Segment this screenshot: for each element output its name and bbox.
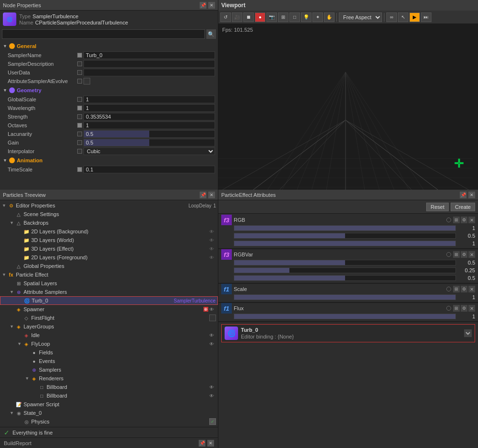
layer-groups-arrow: ▼ [10,324,15,329]
rgbvar-gear-btn[interactable]: ⚙ [461,251,467,258]
billboard1-eye[interactable]: 👁 [209,385,216,390]
tree-samplers[interactable]: ⊛ Samplers [0,365,218,374]
interpolator-dropdown[interactable]: Cubic Linear None [84,147,215,155]
vp-grid-btn[interactable]: ⊞ [278,12,288,22]
global-scale-row: GlobalScale 1 [0,95,218,104]
build-report-title: BuildReport [4,440,31,446]
tree-first-flight[interactable]: ◇ FirstFlight [0,314,218,322]
scale-grid-btn[interactable]: ⊞ [453,286,460,292]
vp-stop-btn[interactable]: ⏹ [243,12,254,22]
flux-attr-name: Flux [234,305,444,311]
attr-at-evolve-check[interactable] [84,78,90,85]
attr-pin-btn[interactable]: 📌 [460,192,466,198]
vp-reset-btn[interactable]: ↺ [220,12,231,22]
vp-hand-btn[interactable]: ✋ [324,12,335,22]
tree-flyloop[interactable]: ▼ ◈ FlyLoop 👁 [0,339,218,348]
vp-rec-btn[interactable]: ● [255,12,265,22]
flyloop-eye[interactable]: 👁 [209,341,216,347]
treeview-pin-btn[interactable]: 📌 [200,192,206,198]
viewport-crosshair: ✛ [454,157,464,170]
fg-layers-eye[interactable]: 👁 [209,255,216,260]
rgbvar-slider3[interactable] [234,275,456,281]
tree-fg-layers[interactable]: 📁 2D Layers (Foreground) 👁 [0,253,218,262]
turb0-icon: 🌀 [24,297,30,304]
billboard2-eye[interactable]: 👁 [209,393,216,399]
build-report-pin[interactable]: 📌 [199,440,205,447]
physics-check[interactable]: ✓ [209,418,216,425]
vp-skip-btn[interactable]: ⏭ [421,12,431,22]
spawner-red-icons: ⊕ 👁 [203,307,216,312]
tree-billboard1[interactable]: □ Billboard 👁 [0,383,218,391]
vp-obj-btn[interactable]: □ [289,12,300,22]
tree-physics[interactable]: ◎ Physics ✓ [0,417,218,426]
tree-turb0[interactable]: 🌀 Turb_0 SamplerTurbulence [0,296,218,305]
spawner-eye[interactable]: 👁 [209,307,216,312]
rgbvar-grid-btn[interactable]: ⊞ [453,251,460,258]
turb-dropdown[interactable]: {None} [464,329,472,337]
flux-gear-btn[interactable]: ⚙ [461,305,467,312]
tree-renderers[interactable]: ▼ ◈ Renderers [0,374,218,383]
pin-button[interactable]: 📌 [200,2,206,9]
tree-spatial-layers[interactable]: ⊞ Spatial Layers [0,279,218,288]
tree-events[interactable]: ● Events [0,357,218,365]
tree-layer-groups[interactable]: ▼ ◈ LayerGroups [0,322,218,331]
viewport-title: Viewport [221,2,245,9]
treeview-close-btn[interactable]: ✕ [208,192,215,198]
tree-idle[interactable]: ◈ Idle 👁 [0,331,218,339]
tree-state0[interactable]: ▼ ◉ State_0 [0,409,218,417]
bg-layers-eye[interactable]: 👁 [209,229,216,234]
vp-fx-btn[interactable]: ✦ [312,12,323,22]
tree-bg-layers[interactable]: 📁 2D Layers (Background) 👁 [0,227,218,236]
rgbvar-delete-btn[interactable]: ✕ [468,251,475,258]
rgbvar-val3: 0.5 [458,275,475,281]
attr-at-evolve-row: AttributeSamplerAtEvolve [0,77,218,85]
tree-particle-effect[interactable]: ▼ fx Particle Effect [0,270,218,279]
tree-billboard2[interactable]: □ Billboard 👁 [0,391,218,400]
flux-grid-btn[interactable]: ⊞ [453,305,460,312]
flux-delete-btn[interactable]: ✕ [468,305,475,312]
rgbvar-slider1[interactable] [234,260,456,266]
rgbvar-slider2[interactable] [234,267,456,273]
rgb-slider2[interactable] [234,233,456,239]
create-button[interactable]: Create [451,203,475,211]
world-layers-eye[interactable]: 👁 [209,238,216,243]
attr-close-btn[interactable]: ✕ [468,192,475,198]
vp-loop-btn[interactable]: ∞ [386,12,397,22]
tree-spawner[interactable]: ◈ Spawner ⊕ 👁 [0,305,218,314]
geometry-title: Geometry [17,87,41,93]
vp-photo-btn[interactable]: 📷 [266,12,277,22]
tree-global-props[interactable]: △ Global Properties [0,262,218,270]
idle-eye[interactable]: 👁 [209,333,216,338]
tree-world-layers[interactable]: 📁 3D Layers (World) 👁 [0,236,218,244]
scale-slider1[interactable] [234,294,456,300]
build-report-close[interactable]: ✕ [207,440,214,447]
vp-light-btn[interactable]: 💡 [301,12,311,22]
tree-attr-samplers[interactable]: ▼ ⊛ Attribute Samplers [0,288,218,296]
rgbvar-f3-icon: f3 [221,249,232,260]
vp-cam-btn[interactable]: 🎥 [232,12,242,22]
rgb-slider1[interactable] [234,225,456,231]
tree-backdrops[interactable]: ▼ △ Backdrops [0,218,218,227]
tree-scene-settings[interactable]: △ Scene Settings [0,210,218,218]
rgb-grid-btn[interactable]: ⊞ [453,217,460,223]
search-button[interactable]: 🔍 [206,29,216,39]
vp-play-btn[interactable]: ▶ [409,12,420,22]
rgb-gear-btn[interactable]: ⚙ [461,217,467,223]
search-input[interactable] [2,29,205,39]
rgb-slider3[interactable] [234,241,456,246]
tree-effect-layers[interactable]: 📁 3D Layers (Effect) 👁 [0,244,218,253]
backdrops-icon: △ [15,219,22,226]
vp-cursor-btn[interactable]: ↖ [398,12,408,22]
close-button[interactable]: ✕ [208,2,215,9]
effect-layers-eye[interactable]: 👁 [209,246,216,252]
aspect-dropdown[interactable]: Free Aspect [339,12,382,22]
samplers-label: Samplers [39,367,216,373]
tree-spawner-script[interactable]: 📝 Spawner Script [0,400,218,409]
tree-fields[interactable]: ● Fields [0,348,218,357]
rgb-delete-btn[interactable]: ✕ [468,217,475,223]
scale-delete-btn[interactable]: ✕ [468,286,475,292]
flux-slider1[interactable] [234,314,456,319]
reset-button[interactable]: Reset [426,203,449,211]
scale-gear-btn[interactable]: ⚙ [461,286,467,292]
tree-editor-props[interactable]: ▼ ⚙ Editor Properties LoopDelay 1 [0,201,218,210]
